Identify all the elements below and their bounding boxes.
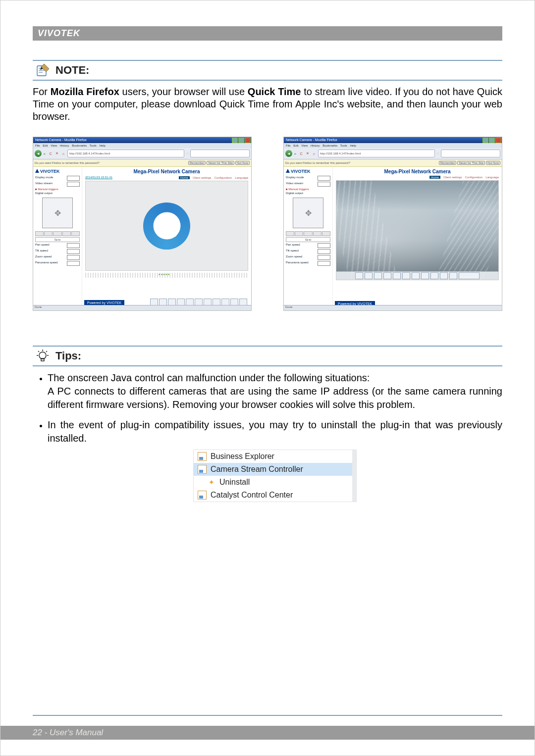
ptz-buttons[interactable]	[286, 231, 330, 236]
nav-back-icon[interactable]: ◄	[35, 150, 42, 157]
lbl-tilt: Tilt speed	[35, 249, 48, 254]
link-home[interactable]: Home	[429, 176, 440, 179]
note-callout: NOTE:	[33, 60, 502, 81]
nav-home-icon[interactable]: ⌂	[61, 151, 66, 156]
sel-display-mode[interactable]	[318, 176, 330, 181]
never-button[interactable]: Never for This Site	[457, 161, 485, 165]
nav-stop-icon[interactable]: ✕	[305, 151, 310, 156]
menu-label: Catalyst Control Center	[211, 490, 293, 501]
lbl-manual-triggers: ■ Manual triggers	[35, 188, 80, 191]
folder-icon	[198, 465, 207, 474]
star-icon[interactable]: ☆	[186, 151, 189, 155]
uninstall-menu: Business Explorer Camera Stream Controll…	[194, 450, 356, 502]
brand-header: VIVOTEK	[33, 26, 502, 41]
ptz-buttons[interactable]	[35, 231, 80, 236]
remember-password-bar: Do you want Firefox to remember this pas…	[33, 159, 251, 167]
url-bar[interactable]: http://192.168.4.147/index.html	[318, 150, 435, 157]
video-timestamp: 2014/01/23 15:51:41	[85, 176, 112, 179]
sel-tilt[interactable]	[318, 249, 330, 254]
nav-reload-icon[interactable]: C	[299, 151, 304, 156]
search-field[interactable]	[441, 150, 500, 157]
screenshots-row: Network Camera - Mozilla Firefox File Ed…	[33, 137, 502, 311]
browser-navbar: ◄ ► C ✕ ⌂ http://192.168.4.147/index.htm…	[284, 148, 502, 159]
nav-fwd-icon[interactable]: ►	[294, 152, 297, 155]
note-text-b: users, your browser will use	[119, 86, 248, 97]
camera-page-title: Mega-Pixel Network Camera	[336, 169, 499, 174]
window-buttons[interactable]	[482, 138, 501, 143]
goto-select[interactable]: Go to	[35, 237, 80, 242]
tips-callout: Tips:	[33, 346, 502, 366]
sel-tilt[interactable]	[67, 249, 80, 254]
video-area-loading	[85, 181, 248, 271]
lbl-manual-triggers: ■ Manual triggers	[286, 188, 330, 191]
sel-panorama[interactable]	[318, 261, 330, 266]
note-title: NOTE:	[55, 64, 89, 77]
notnow-button[interactable]: Not Now	[486, 161, 500, 165]
note-paragraph: For Mozilla Firefox users, your browser …	[33, 86, 502, 123]
tip-2-line-1: In the event of plug-in compatibility is…	[48, 419, 502, 444]
infobar-msg: Do you want Firefox to remember this pas…	[35, 161, 100, 164]
note-bold-firefox: Mozilla Firefox	[51, 86, 119, 97]
sel-zoom[interactable]	[318, 255, 330, 260]
bottom-rule	[33, 715, 502, 716]
goto-select[interactable]: Go to	[286, 237, 330, 242]
lbl-pan: Pan speed	[35, 243, 50, 248]
menu-label: Camera Stream Controller	[211, 464, 303, 475]
nav-fwd-icon[interactable]: ►	[43, 152, 47, 155]
vivotek-logo: VIVOTEK	[35, 169, 80, 174]
lbl-display-mode: Display mode	[286, 176, 304, 181]
sel-display-mode[interactable]	[67, 176, 80, 181]
sel-zoom[interactable]	[67, 255, 80, 260]
folder-icon	[198, 491, 207, 500]
link-lang[interactable]: Language	[485, 176, 499, 179]
infobar-msg: Do you want Firefox to remember this pas…	[285, 161, 350, 164]
search-field[interactable]	[190, 150, 250, 157]
ptz-pad[interactable]	[293, 198, 323, 228]
svg-line-10	[46, 351, 47, 352]
nav-back-icon[interactable]: ◄	[285, 150, 292, 157]
folder-icon	[198, 452, 207, 461]
sel-pan[interactable]	[67, 243, 80, 248]
star-icon: ✦	[208, 478, 215, 486]
link-home[interactable]: Home	[179, 176, 190, 179]
tips-icon	[33, 349, 53, 363]
menu-label: Uninstall	[219, 477, 250, 488]
camera-page-title: Mega-Pixel Network Camera	[85, 169, 248, 174]
nav-stop-icon[interactable]: ✕	[54, 151, 59, 156]
remember-button[interactable]: Remember	[188, 161, 206, 165]
sel-panorama[interactable]	[67, 261, 80, 266]
tip-item-2: In the event of plug-in compatibility is…	[48, 418, 502, 502]
nav-reload-icon[interactable]: C	[48, 151, 53, 156]
link-client[interactable]: Client settings	[443, 176, 462, 179]
video-toolbar[interactable]	[336, 271, 498, 280]
never-button[interactable]: Never for This Site	[207, 161, 234, 165]
menu-item-business-explorer[interactable]: Business Explorer	[194, 450, 352, 463]
screenshot-quicktime-loading: Network Camera - Mozilla Firefox File Ed…	[33, 137, 252, 311]
browser-menubar[interactable]: File Edit View History Bookmarks Tools H…	[284, 143, 502, 148]
browser-menubar[interactable]: File Edit View History Bookmarks Tools H…	[33, 143, 251, 148]
menu-item-uninstall[interactable]: ✦ Uninstall	[194, 476, 352, 489]
star-icon[interactable]: ☆	[436, 151, 439, 155]
sel-video-stream[interactable]	[67, 182, 80, 187]
window-buttons[interactable]	[232, 138, 251, 143]
link-client[interactable]: Client settings	[193, 176, 212, 179]
link-config[interactable]: Configuration	[465, 176, 483, 179]
notnow-button[interactable]: Not Now	[235, 161, 250, 165]
svg-rect-5	[41, 358, 44, 361]
browser-navbar: ◄ ► C ✕ ⌂ http://192.168.4.147/index.htm…	[33, 148, 251, 159]
screenshot-live-video: Network Camera - Mozilla Firefox File Ed…	[283, 137, 502, 311]
link-lang[interactable]: Language	[235, 176, 248, 179]
url-bar[interactable]: http://192.168.4.147/index.html	[67, 150, 184, 157]
video-area-live	[336, 180, 499, 280]
menu-item-camera-stream-controller[interactable]: Camera Stream Controller	[194, 463, 352, 476]
window-title: Network Camera - Mozilla Firefox	[286, 138, 337, 142]
lbl-display-mode: Display mode	[35, 176, 53, 181]
menu-item-catalyst[interactable]: Catalyst Control Center	[194, 489, 352, 502]
remember-button[interactable]: Remember	[439, 161, 457, 165]
note-bold-quicktime: Quick Time	[248, 86, 301, 97]
sel-pan[interactable]	[318, 243, 330, 248]
link-config[interactable]: Configuration	[214, 176, 232, 179]
ptz-pad[interactable]	[42, 198, 73, 228]
sel-video-stream[interactable]	[318, 182, 330, 187]
nav-home-icon[interactable]: ⌂	[312, 151, 317, 156]
